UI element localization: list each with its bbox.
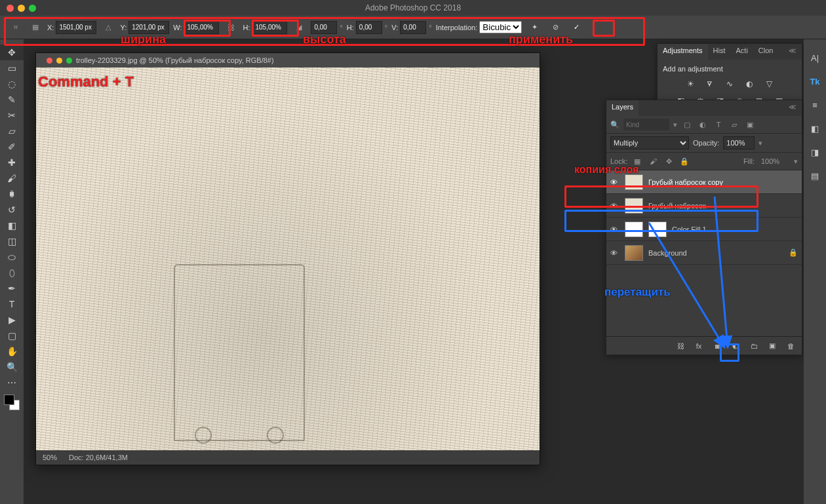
rail-icon-5[interactable]: ◨ xyxy=(808,145,821,159)
cancel-transform-button[interactable]: ⊘ xyxy=(547,20,564,35)
filter-type-icon[interactable]: T xyxy=(713,119,724,130)
quick-select-tool[interactable]: ✎ xyxy=(0,92,24,107)
frame-tool[interactable]: ▱ xyxy=(0,123,24,139)
character-icon[interactable]: A| xyxy=(808,51,821,64)
maximize-window-icon[interactable] xyxy=(29,5,36,12)
x-input[interactable] xyxy=(56,21,96,34)
layer-name[interactable]: Грубый набросок copy xyxy=(648,178,798,186)
lock-paint-icon[interactable]: 🖌 xyxy=(647,155,659,167)
healing-tool[interactable]: ✚ xyxy=(0,155,24,170)
brush-tool[interactable]: 🖌 xyxy=(0,170,24,186)
filter-adjust-icon[interactable]: ◐ xyxy=(697,119,709,130)
vskew-label: V: xyxy=(391,24,398,31)
layer-name[interactable]: Color Fill 1 xyxy=(672,225,798,233)
stamp-tool[interactable]: ⧯ xyxy=(0,186,24,202)
layer-mask xyxy=(648,222,667,237)
edit-toolbar[interactable]: ⋯ xyxy=(0,375,24,391)
eraser-tool[interactable]: ◧ xyxy=(0,218,24,233)
layer-name[interactable]: Background xyxy=(648,249,783,257)
lock-pos-icon[interactable]: ✥ xyxy=(663,155,675,167)
w-input[interactable] xyxy=(184,21,219,34)
layer-row[interactable]: 👁 Грубый набросок xyxy=(606,194,802,218)
kind-filter[interactable] xyxy=(623,119,669,130)
opacity-label: Opacity: xyxy=(693,139,719,147)
rail-icon-3[interactable]: ≡ xyxy=(808,98,821,111)
move-tool[interactable]: ✥ xyxy=(0,45,24,60)
tab-history[interactable]: Hist xyxy=(708,44,731,60)
visibility-icon[interactable]: 👁 xyxy=(610,178,620,186)
eyedropper-tool[interactable]: ✐ xyxy=(0,139,24,155)
rail-icon-6[interactable]: ▤ xyxy=(808,169,821,182)
hand-tool[interactable]: ✋ xyxy=(0,343,24,359)
visibility-icon[interactable]: 👁 xyxy=(610,249,620,257)
minimize-window-icon[interactable] xyxy=(18,5,25,12)
layer-row[interactable]: 👁 Грубый набросок copy xyxy=(606,170,802,194)
visibility-icon[interactable]: 👁 xyxy=(610,202,620,210)
right-rail: A| Tk ≡ ◧ ◨ ▤ xyxy=(804,39,826,504)
add-mask-button[interactable]: ◙ xyxy=(711,340,723,352)
canvas[interactable] xyxy=(36,68,540,450)
lasso-tool[interactable]: ◌ xyxy=(0,76,24,92)
rail-icon-4[interactable]: ◧ xyxy=(808,122,821,135)
doc-close-icon[interactable] xyxy=(47,58,52,64)
path-select-tool[interactable]: ▶ xyxy=(0,312,24,328)
filter-shape-icon[interactable]: ▱ xyxy=(728,119,740,130)
brightness-icon[interactable]: ☀ xyxy=(683,78,698,90)
link-layers-button[interactable]: ⛓ xyxy=(675,340,686,352)
fill-value[interactable]: 100% xyxy=(758,157,790,165)
delta-icon[interactable]: △ xyxy=(100,20,116,35)
close-window-icon[interactable] xyxy=(7,5,14,12)
y-input[interactable] xyxy=(128,21,169,34)
layer-row[interactable]: 👁 Color Fill 1 xyxy=(606,218,802,241)
color-swatches[interactable] xyxy=(4,395,20,410)
group-button[interactable]: 🗀 xyxy=(748,340,760,352)
history-brush-tool[interactable]: ↺ xyxy=(0,202,24,218)
fx-button[interactable]: fx xyxy=(693,340,705,352)
vibrance-icon[interactable]: ▽ xyxy=(762,78,776,90)
doc-min-icon[interactable] xyxy=(56,58,62,64)
tab-clone[interactable]: Clon xyxy=(753,44,779,60)
reference-point-icon[interactable]: ▦ xyxy=(28,20,43,35)
curves-icon[interactable]: ∿ xyxy=(722,78,737,90)
gradient-tool[interactable]: ◫ xyxy=(0,233,24,249)
layer-row[interactable]: 👁 Background 🔒 xyxy=(606,241,802,265)
blur-tool[interactable]: ⬭ xyxy=(0,249,24,265)
zoom-level[interactable]: 50% xyxy=(43,454,57,461)
h-input[interactable] xyxy=(252,21,287,34)
warp-mode-button[interactable]: ✦ xyxy=(526,20,543,35)
link-icon[interactable]: ⛓ xyxy=(223,20,239,35)
dodge-tool[interactable]: ⬯ xyxy=(0,265,24,281)
collapse-layers-icon[interactable]: ≪ xyxy=(783,100,802,116)
interpolation-select[interactable]: Bicubic xyxy=(479,21,522,33)
marquee-tool[interactable]: ▭ xyxy=(0,60,24,76)
new-layer-button[interactable]: ▣ xyxy=(766,340,778,352)
zoom-tool[interactable]: 🔍 xyxy=(0,359,24,375)
filter-image-icon[interactable]: ▢ xyxy=(681,119,693,130)
layer-name[interactable]: Грубый набросок xyxy=(648,202,798,210)
shape-tool[interactable]: ▢ xyxy=(0,328,24,343)
type-tool[interactable]: T xyxy=(0,296,24,312)
crop-tool[interactable]: ✂ xyxy=(0,107,24,123)
blend-mode-select[interactable]: Multiply xyxy=(610,136,689,149)
hskew-input[interactable] xyxy=(356,21,382,34)
vskew-input[interactable] xyxy=(400,21,426,34)
adjustment-layer-button[interactable]: ◐ xyxy=(730,340,741,352)
doc-max-icon[interactable] xyxy=(66,58,72,64)
delete-layer-button[interactable]: 🗑 xyxy=(785,340,796,352)
tab-actions[interactable]: Acti xyxy=(730,44,753,60)
collapse-icon[interactable]: ≪ xyxy=(783,44,802,60)
filter-smart-icon[interactable]: ▣ xyxy=(744,119,756,130)
opacity-value[interactable]: 100% xyxy=(723,136,755,149)
lock-all-icon[interactable]: 🔒 xyxy=(678,155,690,167)
tk-icon[interactable]: Tk xyxy=(808,75,821,88)
levels-icon[interactable]: ⛛ xyxy=(703,78,717,90)
tab-adjustments[interactable]: Adjustments xyxy=(658,44,708,60)
commit-transform-button[interactable]: ✓ xyxy=(568,20,585,35)
pen-tool[interactable]: ✒ xyxy=(0,281,24,296)
visibility-icon[interactable]: 👁 xyxy=(610,225,620,233)
document-title: trolley-2203329.jpg @ 50% (Грубый наброс… xyxy=(76,56,274,64)
lock-pixels-icon[interactable]: ▦ xyxy=(631,155,643,167)
rotate-input[interactable] xyxy=(311,21,337,34)
tab-layers[interactable]: Layers xyxy=(606,100,639,116)
exposure-icon[interactable]: ◐ xyxy=(742,78,757,90)
